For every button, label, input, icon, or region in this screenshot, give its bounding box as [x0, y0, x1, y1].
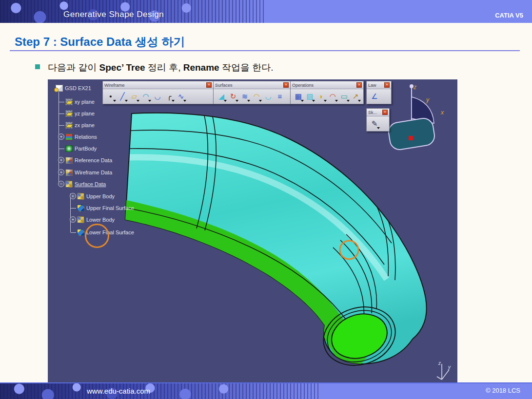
plane-icon[interactable]: ▱ — [128, 91, 140, 102]
partbody-icon — [65, 145, 73, 152]
brand-label: CATIA V5 — [495, 12, 523, 19]
plane-icon — [65, 122, 73, 129]
projection-curve-icon[interactable]: ◠ — [140, 91, 152, 102]
collapse-minus-icon[interactable]: − — [58, 181, 64, 187]
revolve-icon[interactable]: ↻ — [227, 91, 239, 102]
dropdown-arrow-icon[interactable] — [301, 100, 304, 102]
compass-handle[interactable] — [410, 84, 414, 88]
expand-plus-icon[interactable]: + — [70, 193, 76, 199]
expand-plus-icon[interactable]: + — [70, 216, 76, 223]
tree-item-label[interactable]: Upper Body — [86, 193, 115, 199]
boundary-icon[interactable]: ◠ — [327, 91, 339, 102]
body-icon — [77, 216, 84, 223]
toolbar-operations[interactable]: Operations×▦▧◗◠▭↗ — [290, 81, 364, 104]
point-icon[interactable]: • — [105, 91, 117, 102]
dropdown-arrow-icon[interactable] — [125, 100, 128, 102]
tree-item-label[interactable]: Surface Data — [75, 181, 106, 187]
dropdown-arrow-icon[interactable] — [224, 100, 227, 102]
dropdown-arrow-icon[interactable] — [377, 127, 380, 129]
dropdown-arrow-icon[interactable] — [347, 100, 350, 102]
tree-item-wireframe-data[interactable]: Wireframe Data — [65, 168, 112, 177]
bullet-text-1: 다음과 같이 — [48, 62, 99, 73]
tree-item-label[interactable]: zx plane — [75, 122, 95, 128]
spec-tree[interactable]: GSD EX21xy planeyz planezx plane+Relatio… — [48, 79, 160, 245]
expand-plus-icon[interactable]: + — [58, 157, 64, 163]
dropdown-arrow-icon[interactable] — [247, 100, 250, 102]
extract-icon[interactable]: ▭ — [338, 91, 350, 102]
corner-icon[interactable]: ╭ — [163, 91, 175, 102]
transform-icon[interactable]: ↗ — [350, 91, 362, 102]
offset-icon[interactable]: ≡ — [274, 91, 286, 102]
toolbar-sk-[interactable]: Sk...×✎ — [366, 108, 390, 132]
tree-item-reference-data[interactable]: Reference Data — [65, 155, 112, 165]
tree-item-upper-final-surface[interactable]: Upper Final Surface — [77, 203, 134, 213]
dropdown-arrow-icon[interactable] — [312, 100, 315, 102]
blend-icon[interactable]: ◡ — [262, 91, 274, 102]
connect-curve-icon[interactable]: ∿ — [175, 91, 187, 102]
compass-origin[interactable] — [409, 136, 413, 140]
header-banner: Generative Shape Design CATIA V5 — [0, 0, 532, 23]
dropdown-arrow-icon[interactable] — [113, 100, 116, 102]
tree-item-label[interactable]: PartBody — [75, 146, 97, 152]
line-icon[interactable]: ╱ — [117, 91, 128, 102]
compass-y-label: y — [426, 96, 430, 103]
tree-item-partbody[interactable]: PartBody — [65, 144, 97, 153]
expand-plus-icon[interactable]: + — [58, 169, 64, 175]
close-icon[interactable]: × — [283, 82, 289, 88]
compass[interactable]: z y x — [387, 84, 444, 151]
close-icon[interactable]: × — [356, 82, 362, 88]
tree-item-label[interactable]: xy plane — [75, 99, 95, 105]
compass-base[interactable] — [387, 117, 436, 151]
tree-item-gsd-ex21[interactable]: GSD EX21 — [56, 83, 91, 93]
bullet-text-5: 작업을 한다. — [219, 62, 274, 73]
close-icon[interactable]: × — [384, 82, 390, 88]
tree-item-yz-plane[interactable]: yz plane — [65, 109, 95, 118]
sketch-icon[interactable]: ✎ — [369, 118, 380, 130]
dropdown-arrow-icon[interactable] — [335, 100, 338, 102]
dropdown-arrow-icon[interactable] — [172, 100, 175, 102]
dropdown-arrow-icon[interactable] — [183, 100, 186, 102]
dropdown-arrow-icon[interactable] — [236, 100, 238, 102]
expand-plus-icon[interactable]: + — [58, 133, 64, 140]
sweep-icon[interactable]: ≋ — [239, 91, 251, 102]
tree-item-label[interactable]: Relations — [75, 134, 97, 140]
footer-url[interactable]: www.edu-catia.com — [87, 387, 150, 395]
tree-item-zx-plane[interactable]: zx plane — [65, 120, 95, 130]
tree-item-label[interactable]: Reference Data — [75, 157, 112, 163]
toolbar-surfaces[interactable]: Surfaces×◢↻≋◠◡≡ — [213, 81, 291, 104]
toolbar-title: Sk... — [368, 110, 377, 115]
tree-connector — [70, 193, 71, 232]
close-icon[interactable]: × — [382, 110, 388, 115]
fill-icon[interactable]: ◠ — [251, 91, 262, 102]
dropdown-arrow-icon[interactable] — [148, 100, 151, 102]
tree-item-label[interactable]: Upper Final Surface — [86, 205, 134, 211]
close-icon[interactable]: × — [206, 82, 212, 88]
tree-item-lower-body[interactable]: Lower Body — [77, 215, 115, 225]
dropdown-arrow-icon[interactable] — [358, 100, 361, 102]
tree-connector — [59, 114, 64, 114]
footer-copyright: © 2018 LCS — [486, 387, 520, 394]
intersection-icon[interactable]: ◡ — [152, 91, 163, 102]
catia-viewport[interactable]: z y x z y GSD EX21xy planeyz planezx pla… — [48, 79, 457, 383]
tree-item-label[interactable]: Lower Body — [86, 217, 115, 223]
tree-item-upper-body[interactable]: Upper Body — [77, 191, 115, 201]
axis-triad: z y — [437, 361, 451, 380]
split-icon[interactable]: ▧ — [304, 91, 316, 102]
dropdown-arrow-icon[interactable] — [259, 100, 262, 102]
tree-item-xy-plane[interactable]: xy plane — [65, 97, 95, 107]
tree-item-surface-data[interactable]: Surface Data — [65, 179, 106, 189]
toolbar-wireframe[interactable]: Wireframe×•╱▱◠◡╭∿ — [102, 81, 214, 104]
pipe-model[interactable] — [121, 113, 427, 375]
join-icon[interactable]: ▦ — [293, 91, 304, 102]
extrude-icon[interactable]: ◢ — [216, 91, 227, 102]
tree-item-label[interactable]: GSD EX21 — [65, 85, 91, 91]
dropdown-arrow-icon[interactable] — [324, 100, 327, 102]
tree-item-label[interactable]: Wireframe Data — [75, 170, 112, 175]
toolbar-law[interactable]: Law×∠ — [366, 81, 392, 104]
dropdown-arrow-icon[interactable] — [137, 100, 139, 102]
tree-item-relations[interactable]: Relations — [65, 132, 97, 142]
tree-item-label[interactable]: yz plane — [75, 111, 95, 116]
trim-icon[interactable]: ◗ — [315, 91, 327, 102]
law-icon[interactable]: ∠ — [369, 91, 380, 102]
toolbar-title: Surfaces — [215, 83, 233, 88]
